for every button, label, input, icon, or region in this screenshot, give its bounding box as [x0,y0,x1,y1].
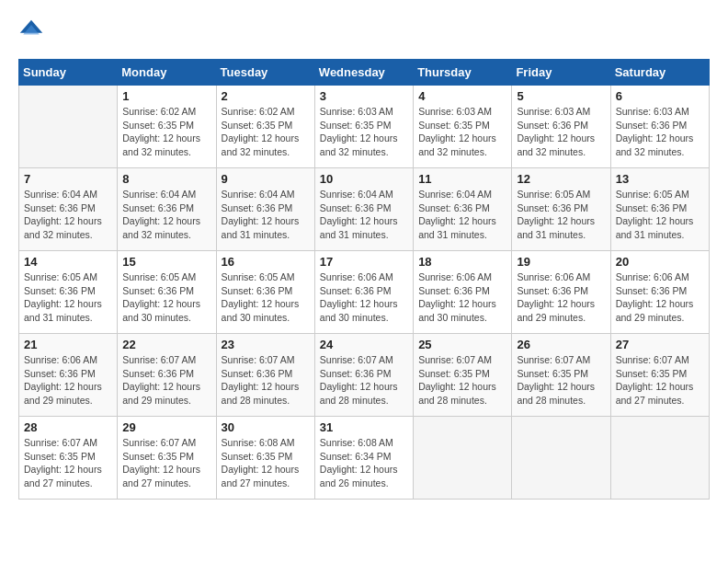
calendar-header-saturday: Saturday [610,60,709,86]
calendar-week-row: 28Sunrise: 6:07 AM Sunset: 6:35 PM Dayli… [19,417,710,500]
calendar-cell: 4Sunrise: 6:03 AM Sunset: 6:35 PM Daylig… [414,86,512,168]
day-number: 13 [616,172,704,186]
page-header [18,18,710,44]
day-info: Sunrise: 6:05 AM Sunset: 6:36 PM Dayligh… [616,188,704,242]
day-info: Sunrise: 6:06 AM Sunset: 6:36 PM Dayligh… [320,270,408,325]
calendar-cell: 20Sunrise: 6:06 AM Sunset: 6:36 PM Dayli… [610,251,709,334]
calendar-header-wednesday: Wednesday [314,60,413,86]
day-info: Sunrise: 6:04 AM Sunset: 6:36 PM Dayligh… [320,188,408,242]
calendar-cell: 17Sunrise: 6:06 AM Sunset: 6:36 PM Dayli… [314,251,413,334]
day-number: 5 [517,89,605,103]
day-number: 20 [616,255,704,269]
day-info: Sunrise: 6:03 AM Sunset: 6:36 PM Dayligh… [517,105,605,159]
day-info: Sunrise: 6:05 AM Sunset: 6:36 PM Dayligh… [24,270,112,325]
calendar-header-monday: Monday [118,60,216,86]
day-number: 30 [222,420,310,434]
day-number: 15 [122,255,210,269]
day-number: 16 [222,255,310,269]
day-number: 26 [517,338,605,351]
day-number: 17 [320,255,408,269]
day-info: Sunrise: 6:04 AM Sunset: 6:36 PM Dayligh… [24,188,112,242]
day-info: Sunrise: 6:08 AM Sunset: 6:35 PM Dayligh… [222,436,310,490]
logo-icon [18,18,44,44]
day-info: Sunrise: 6:07 AM Sunset: 6:35 PM Dayligh… [616,353,704,408]
day-number: 28 [24,420,112,434]
calendar-cell: 15Sunrise: 6:05 AM Sunset: 6:36 PM Dayli… [118,251,216,334]
calendar-week-row: 1Sunrise: 6:02 AM Sunset: 6:35 PM Daylig… [19,86,710,168]
day-info: Sunrise: 6:07 AM Sunset: 6:36 PM Dayligh… [222,353,310,408]
day-info: Sunrise: 6:06 AM Sunset: 6:36 PM Dayligh… [24,353,112,408]
day-number: 31 [320,420,408,434]
day-info: Sunrise: 6:03 AM Sunset: 6:36 PM Dayligh… [616,105,704,159]
calendar-week-row: 14Sunrise: 6:05 AM Sunset: 6:36 PM Dayli… [19,251,710,334]
calendar-cell: 18Sunrise: 6:06 AM Sunset: 6:36 PM Dayli… [414,251,512,334]
day-number: 24 [320,338,408,351]
calendar-cell [414,417,512,500]
calendar-cell: 26Sunrise: 6:07 AM Sunset: 6:35 PM Dayli… [512,334,610,417]
day-info: Sunrise: 6:07 AM Sunset: 6:35 PM Dayligh… [418,353,506,408]
day-number: 10 [320,172,408,186]
day-number: 23 [222,338,310,351]
day-info: Sunrise: 6:06 AM Sunset: 6:36 PM Dayligh… [418,270,506,325]
calendar-cell: 22Sunrise: 6:07 AM Sunset: 6:36 PM Dayli… [118,334,216,417]
calendar-cell: 30Sunrise: 6:08 AM Sunset: 6:35 PM Dayli… [216,417,314,500]
calendar-cell: 25Sunrise: 6:07 AM Sunset: 6:35 PM Dayli… [414,334,512,417]
day-number: 8 [122,172,210,186]
calendar-week-row: 21Sunrise: 6:06 AM Sunset: 6:36 PM Dayli… [19,334,710,417]
day-number: 18 [418,255,506,269]
calendar-cell: 10Sunrise: 6:04 AM Sunset: 6:36 PM Dayli… [314,168,413,251]
day-number: 19 [517,255,605,269]
calendar-header-friday: Friday [512,60,610,86]
day-number: 27 [616,338,704,351]
day-number: 9 [222,172,310,186]
day-number: 25 [418,338,506,351]
day-info: Sunrise: 6:06 AM Sunset: 6:36 PM Dayligh… [616,270,704,325]
calendar-week-row: 7Sunrise: 6:04 AM Sunset: 6:36 PM Daylig… [19,168,710,251]
day-info: Sunrise: 6:07 AM Sunset: 6:36 PM Dayligh… [320,353,408,408]
day-number: 14 [24,255,112,269]
calendar-cell: 6Sunrise: 6:03 AM Sunset: 6:36 PM Daylig… [610,86,709,168]
calendar-cell: 19Sunrise: 6:06 AM Sunset: 6:36 PM Dayli… [512,251,610,334]
day-info: Sunrise: 6:02 AM Sunset: 6:35 PM Dayligh… [122,105,210,159]
calendar-cell: 24Sunrise: 6:07 AM Sunset: 6:36 PM Dayli… [314,334,413,417]
calendar-cell: 28Sunrise: 6:07 AM Sunset: 6:35 PM Dayli… [19,417,118,500]
calendar-cell [512,417,610,500]
calendar-header-tuesday: Tuesday [216,60,314,86]
calendar-cell: 11Sunrise: 6:04 AM Sunset: 6:36 PM Dayli… [414,168,512,251]
day-info: Sunrise: 6:07 AM Sunset: 6:35 PM Dayligh… [122,436,210,490]
day-number: 2 [222,89,310,103]
day-info: Sunrise: 6:05 AM Sunset: 6:36 PM Dayligh… [222,270,310,325]
calendar-cell: 31Sunrise: 6:08 AM Sunset: 6:34 PM Dayli… [314,417,413,500]
calendar-cell: 12Sunrise: 6:05 AM Sunset: 6:36 PM Dayli… [512,168,610,251]
calendar-header-sunday: Sunday [19,60,118,86]
day-info: Sunrise: 6:04 AM Sunset: 6:36 PM Dayligh… [418,188,506,242]
day-info: Sunrise: 6:04 AM Sunset: 6:36 PM Dayligh… [222,188,310,242]
calendar-cell: 8Sunrise: 6:04 AM Sunset: 6:36 PM Daylig… [118,168,216,251]
calendar-cell: 2Sunrise: 6:02 AM Sunset: 6:35 PM Daylig… [216,86,314,168]
day-info: Sunrise: 6:04 AM Sunset: 6:36 PM Dayligh… [122,188,210,242]
day-info: Sunrise: 6:08 AM Sunset: 6:34 PM Dayligh… [320,436,408,490]
day-info: Sunrise: 6:05 AM Sunset: 6:36 PM Dayligh… [122,270,210,325]
day-number: 6 [616,89,704,103]
day-info: Sunrise: 6:07 AM Sunset: 6:36 PM Dayligh… [122,353,210,408]
day-number: 1 [122,89,210,103]
calendar-header-row: SundayMondayTuesdayWednesdayThursdayFrid… [19,60,710,86]
calendar-cell: 21Sunrise: 6:06 AM Sunset: 6:36 PM Dayli… [19,334,118,417]
day-number: 22 [122,338,210,351]
day-info: Sunrise: 6:02 AM Sunset: 6:35 PM Dayligh… [222,105,310,159]
calendar-cell [610,417,709,500]
calendar-cell: 3Sunrise: 6:03 AM Sunset: 6:35 PM Daylig… [314,86,413,168]
calendar-header-thursday: Thursday [414,60,512,86]
day-info: Sunrise: 6:03 AM Sunset: 6:35 PM Dayligh… [320,105,408,159]
calendar-cell: 27Sunrise: 6:07 AM Sunset: 6:35 PM Dayli… [610,334,709,417]
day-number: 4 [418,89,506,103]
calendar-cell: 23Sunrise: 6:07 AM Sunset: 6:36 PM Dayli… [216,334,314,417]
calendar-cell: 5Sunrise: 6:03 AM Sunset: 6:36 PM Daylig… [512,86,610,168]
day-number: 29 [122,420,210,434]
calendar-cell: 7Sunrise: 6:04 AM Sunset: 6:36 PM Daylig… [19,168,118,251]
day-number: 21 [24,338,112,351]
calendar-cell: 29Sunrise: 6:07 AM Sunset: 6:35 PM Dayli… [118,417,216,500]
calendar-table: SundayMondayTuesdayWednesdayThursdayFrid… [18,59,710,500]
day-number: 7 [24,172,112,186]
day-info: Sunrise: 6:05 AM Sunset: 6:36 PM Dayligh… [517,188,605,242]
